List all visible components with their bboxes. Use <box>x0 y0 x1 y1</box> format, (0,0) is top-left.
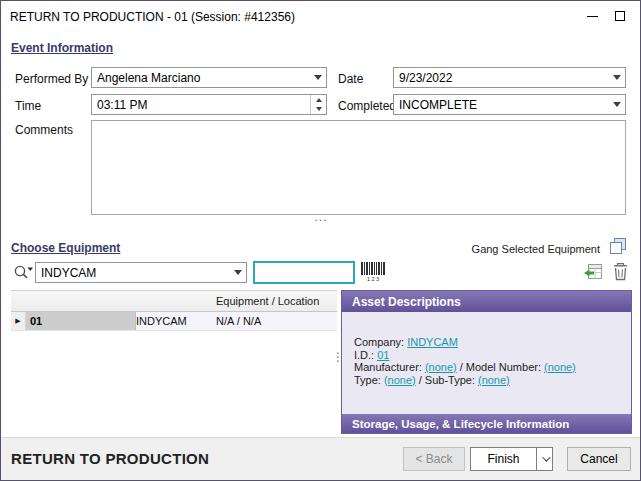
spin-down-icon[interactable] <box>311 105 326 115</box>
chevron-down-icon[interactable] <box>608 68 625 87</box>
equipment-location-cell[interactable]: N/A / N/A <box>216 312 261 330</box>
performed-by-label: Performed By <box>15 72 88 86</box>
maximize-button[interactable] <box>608 6 632 26</box>
chevron-down-icon[interactable] <box>309 68 326 87</box>
titlebar: RETURN TO PRODUCTION - 01 (Session: #412… <box>1 1 640 31</box>
delete-icon[interactable] <box>612 262 629 282</box>
id-line: I.D.:01 <box>354 349 579 362</box>
id-label: I.D.: <box>354 349 374 361</box>
back-button[interactable]: < Back <box>403 447 465 471</box>
model-link[interactable]: (none) <box>544 361 576 373</box>
chevron-down-icon[interactable] <box>608 95 625 114</box>
date-value: 9/23/2022 <box>399 71 452 85</box>
svg-text:1 2 3: 1 2 3 <box>367 276 379 282</box>
date-label: Date <box>338 72 363 86</box>
chevron-down-icon <box>542 453 550 461</box>
equipment-id-cell[interactable]: 01 <box>26 312 136 330</box>
panel-splitter-grip[interactable]: ⋮ <box>332 350 341 364</box>
choose-equipment-heading: Choose Equipment <box>11 241 120 255</box>
completed-label: Completed <box>338 99 396 113</box>
finish-dropdown-button[interactable] <box>536 447 553 471</box>
company-label: Company: <box>354 336 404 348</box>
footer-title: RETURN TO PRODUCTION <box>11 450 209 467</box>
gang-equipment-icon[interactable] <box>608 237 628 257</box>
manufacturer-line: Manufacturer:(none)/ Model Number:(none) <box>354 361 579 374</box>
type-link[interactable]: (none) <box>384 374 416 386</box>
completed-combobox[interactable]: INCOMPLETE <box>393 94 626 115</box>
table-row[interactable]: ▶ 01 INDYCAM N/A / N/A <box>11 312 337 331</box>
equipment-name-cell[interactable]: INDYCAM <box>136 312 216 330</box>
footer-bar: RETURN TO PRODUCTION < Back Finish Cance… <box>1 437 640 480</box>
time-spin-buttons <box>310 95 326 114</box>
equipment-location-column-header[interactable]: Equipment / Location <box>216 295 319 307</box>
return-to-production-dialog: RETURN TO PRODUCTION - 01 (Session: #412… <box>0 0 641 481</box>
row-selector-icon: ▶ <box>15 317 20 325</box>
type-line: Type:(none)/ Sub-Type:(none) <box>354 374 579 387</box>
collapse-grip[interactable]: ... <box>297 212 345 222</box>
barcode-icon: 1 2 3 <box>360 261 386 283</box>
equipment-table-header[interactable]: Equipment / Location <box>11 291 337 312</box>
company-line: Company:INDYCAM <box>354 336 579 349</box>
add-to-grid-icon[interactable] <box>583 262 604 282</box>
window-title: RETURN TO PRODUCTION - 01 (Session: #412… <box>10 10 295 24</box>
time-value: 03:11 PM <box>97 98 147 112</box>
time-spinner[interactable]: 03:11 PM <box>91 94 327 115</box>
subtype-link[interactable]: (none) <box>478 374 510 386</box>
company-link[interactable]: INDYCAM <box>407 336 458 348</box>
comments-textarea[interactable] <box>91 120 626 215</box>
barcode-scan-input[interactable] <box>253 261 355 284</box>
subtype-label: / Sub-Type: <box>419 374 475 386</box>
asset-descriptions-panel: Asset Descriptions Company:INDYCAM I.D.:… <box>341 290 632 434</box>
equipment-table: Equipment / Location ▶ 01 INDYCAM N/A / … <box>11 290 337 431</box>
performed-by-value: Angelena Marciano <box>97 71 200 85</box>
asset-details: Company:INDYCAM I.D.:01 Manufacturer:(no… <box>354 336 579 386</box>
chevron-down-icon[interactable] <box>229 263 246 282</box>
storage-usage-lifecycle-header[interactable]: Storage, Usage, & Lifecycle Information <box>342 414 631 433</box>
minimize-icon <box>587 16 598 17</box>
manufacturer-link[interactable]: (none) <box>425 361 457 373</box>
equipment-filter-combobox[interactable]: INDYCAM <box>35 262 247 283</box>
id-link[interactable]: 01 <box>377 349 389 361</box>
maximize-icon <box>615 11 625 21</box>
performed-by-combobox[interactable]: Angelena Marciano <box>91 67 327 88</box>
equipment-filter-value: INDYCAM <box>41 266 96 280</box>
cancel-button[interactable]: Cancel <box>567 447 631 471</box>
type-label: Type: <box>354 374 381 386</box>
date-combobox[interactable]: 9/23/2022 <box>393 67 626 88</box>
completed-value: INCOMPLETE <box>399 98 477 112</box>
minimize-button[interactable] <box>580 6 604 26</box>
model-label: / Model Number: <box>460 361 541 373</box>
comments-label: Comments <box>15 123 73 137</box>
time-label: Time <box>15 99 41 113</box>
row-selector-cell[interactable]: ▶ <box>11 312 26 330</box>
manufacturer-label: Manufacturer: <box>354 361 422 373</box>
search-filter-icon[interactable] <box>12 263 34 282</box>
asset-descriptions-header[interactable]: Asset Descriptions <box>342 291 631 312</box>
gang-selected-equipment-label: Gang Selected Equipment <box>472 243 600 255</box>
finish-button[interactable]: Finish <box>470 447 537 471</box>
event-information-heading: Event Information <box>11 41 113 55</box>
spin-up-icon[interactable] <box>311 95 326 105</box>
